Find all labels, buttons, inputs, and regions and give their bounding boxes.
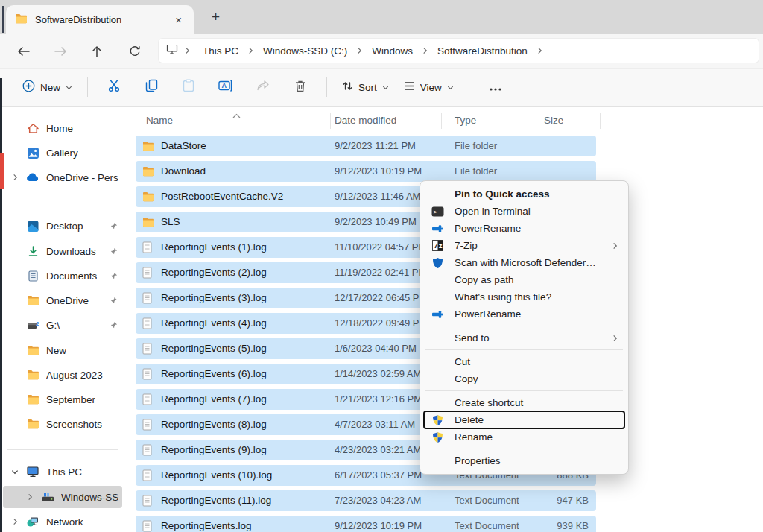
sidebar-item-gallery[interactable]: Gallery — [3, 142, 122, 164]
sidebar-item-documents[interactable]: Documents — [3, 265, 122, 287]
back-button[interactable] — [14, 44, 34, 59]
breadcrumb-segment[interactable]: This PC — [197, 43, 244, 59]
menu-item-copy[interactable]: Copy — [424, 370, 624, 387]
menu-item-create-shortcut[interactable]: Create shortcut — [424, 394, 624, 411]
column-separator[interactable] — [330, 113, 331, 129]
chevron-right-icon[interactable] — [419, 47, 431, 54]
chevron-down-icon[interactable] — [9, 469, 21, 475]
sort-button[interactable]: Sort — [335, 76, 396, 99]
sort-icon — [342, 80, 353, 95]
cut-icon — [107, 79, 121, 95]
cut-button[interactable] — [95, 75, 133, 100]
sidebar-item-label: OneDrive - Personal — [46, 172, 118, 183]
menu-item-cut[interactable]: Cut — [424, 353, 624, 370]
folder-icon — [25, 345, 40, 355]
sort-label: Sort — [358, 82, 377, 93]
up-button[interactable] — [87, 44, 107, 59]
breadcrumb-segment[interactable]: SoftwareDistribution — [431, 43, 534, 59]
sidebar-item-label: New — [46, 345, 66, 356]
file-name: DataStore — [161, 140, 206, 151]
file-size: 947 KB — [522, 495, 589, 506]
tab-software-distribution[interactable]: SoftwareDistribution × — [6, 5, 194, 34]
column-header-name[interactable]: Name — [146, 115, 173, 126]
view-button[interactable]: View — [396, 76, 461, 98]
file-explorer-window: SoftwareDistribution × + This PCWindows-… — [0, 0, 763, 532]
sidebar-item-onedrive-personal[interactable]: OneDrive - Personal — [3, 166, 122, 189]
column-separator[interactable] — [600, 113, 601, 129]
menu-item-label: Open in Terminal — [455, 206, 531, 217]
document-icon — [142, 495, 152, 510]
file-row[interactable]: ReportingEvents (11).log7/23/2023 04:23 … — [136, 490, 596, 511]
column-separator[interactable] — [441, 113, 442, 129]
command-toolbar: NewASortView — [0, 68, 763, 107]
file-row[interactable]: Download9/12/2023 10:19 PMFile folder — [136, 161, 596, 182]
sidebar-item-new[interactable]: New — [3, 339, 122, 361]
more-icon — [490, 80, 501, 94]
sidebar-item-downloads[interactable]: Downloads — [3, 240, 122, 262]
chevron-right-icon[interactable] — [181, 47, 194, 54]
share-button[interactable] — [244, 75, 282, 99]
forward-button[interactable] — [51, 44, 70, 59]
menu-item-powerrename[interactable]: PowerRename — [424, 220, 624, 237]
pin-icon — [110, 297, 118, 305]
menu-item-send-to[interactable]: Send to — [424, 329, 624, 346]
column-separator[interactable] — [536, 113, 536, 129]
copy-button[interactable] — [133, 75, 170, 100]
rename-button[interactable]: A — [207, 75, 244, 99]
sidebar-item-screenshots[interactable]: Screenshots — [3, 413, 122, 435]
file-date-modified: 6/17/2023 05:37 PM — [335, 469, 422, 481]
column-header-size[interactable]: Size — [544, 115, 563, 126]
menu-item-pin-to-quick-access[interactable]: Pin to Quick access — [424, 186, 624, 203]
file-row[interactable]: DataStore9/2/2023 11:21 PMFile folder — [136, 136, 596, 156]
navigation-pane: HomeGalleryOneDrive - PersonalDesktopDow… — [0, 107, 127, 532]
menu-item-delete[interactable]: Delete — [424, 411, 624, 428]
gallery-icon — [25, 148, 40, 159]
drive-icon — [40, 493, 55, 502]
breadcrumb-segment[interactable]: Windows-SSD (C:) — [257, 43, 353, 59]
breadcrumb-segment[interactable]: Windows — [366, 43, 419, 59]
menu-item-open-in-terminal[interactable]: >_Open in Terminal — [424, 203, 624, 220]
trash-button[interactable] — [282, 75, 319, 100]
menu-item-powerrename[interactable]: PowerRename — [424, 305, 624, 323]
menu-item-rename[interactable]: Rename — [424, 428, 624, 446]
chevron-right-icon[interactable] — [244, 47, 257, 54]
menu-item-what-s-using-this-file[interactable]: What's using this file? — [424, 288, 624, 305]
refresh-button[interactable] — [125, 44, 145, 59]
sidebar-item-label: Desktop — [46, 221, 83, 232]
file-row[interactable]: ReportingEvents.log9/12/2023 10:19 PMTex… — [136, 516, 596, 532]
chevron-right-icon[interactable] — [24, 493, 36, 501]
chevron-right-icon[interactable] — [534, 47, 546, 54]
paste-button[interactable] — [170, 75, 207, 100]
drive-g-icon: 2 — [25, 320, 40, 330]
context-menu: Pin to Quick access>_Open in TerminalPow… — [420, 180, 629, 475]
menu-item-properties[interactable]: Properties — [424, 452, 624, 469]
sidebar-item-windows-ssd-c[interactable]: Windows-SSD (C:) — [3, 486, 122, 508]
menu-item-label: Send to — [455, 332, 490, 343]
sidebar-item-g[interactable]: 2G:\ — [3, 314, 122, 336]
sidebar-item-desktop[interactable]: Desktop — [3, 215, 122, 237]
more-button[interactable] — [477, 76, 514, 98]
menu-item-7-zip[interactable]: 7z7-Zip — [424, 237, 624, 254]
sidebar-item-september[interactable]: September — [3, 388, 122, 411]
new-tab-button[interactable]: + — [206, 7, 226, 27]
file-name: ReportingEvents (5).log — [161, 343, 267, 354]
tab-close-icon[interactable]: × — [172, 13, 185, 27]
sidebar-item-august-2023[interactable]: August 2023 — [3, 364, 122, 386]
chevron-right-icon[interactable] — [9, 174, 21, 181]
sidebar-item-network[interactable]: Network — [3, 510, 122, 532]
view-icon — [404, 80, 415, 94]
menu-item-copy-as-path[interactable]: Copy as path — [424, 271, 624, 288]
document-icon — [142, 444, 152, 459]
new-button[interactable]: New — [15, 75, 80, 100]
column-header-type[interactable]: Type — [455, 115, 476, 126]
menu-item-scan-with-microsoft-defender[interactable]: Scan with Microsoft Defender… — [424, 254, 624, 271]
sidebar-item-home[interactable]: Home — [3, 117, 122, 139]
address-bar[interactable]: This PCWindows-SSD (C:)WindowsSoftwareDi… — [159, 39, 759, 63]
chevron-right-icon[interactable] — [353, 47, 366, 54]
column-header-date-modified[interactable]: Date modified — [335, 115, 396, 126]
chevron-right-icon[interactable] — [9, 518, 21, 525]
sidebar-item-onedrive[interactable]: OneDrive — [3, 289, 122, 311]
sidebar-item-this-pc[interactable]: This PC — [3, 460, 122, 483]
menu-divider — [425, 349, 623, 350]
file-name: ReportingEvents (11).log — [161, 495, 271, 506]
